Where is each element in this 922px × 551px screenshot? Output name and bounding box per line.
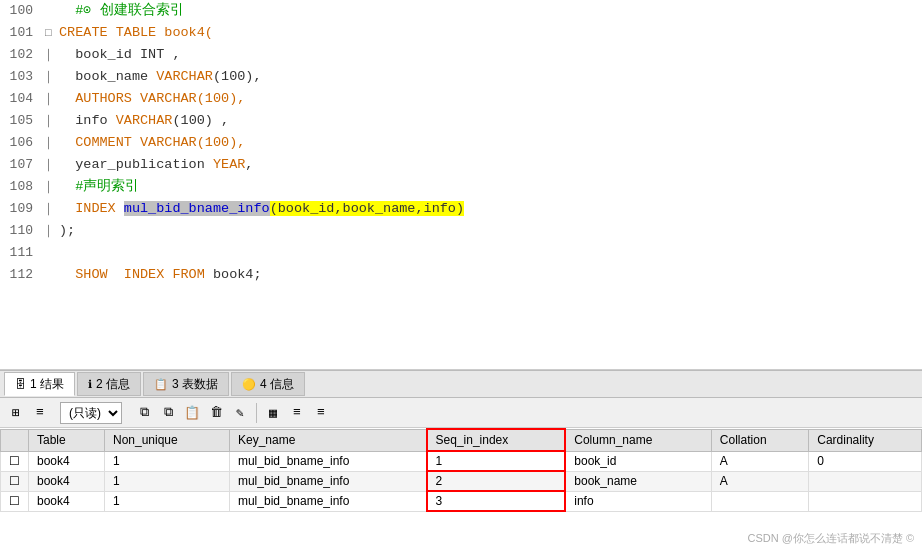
line-icon: │ [45, 132, 59, 154]
row-checkbox[interactable]: ☐ [1, 471, 29, 491]
code-token: #声明索引 [59, 179, 139, 194]
cell-column_name: info [565, 491, 711, 511]
tab-info2-label: 4 信息 [260, 376, 294, 393]
code-token: SHOW [59, 267, 124, 282]
results-icon: 🗄 [15, 378, 26, 390]
col-seqinindex-header: Seq_in_index [427, 429, 566, 451]
cell-non_unique: 1 [104, 491, 229, 511]
code-token: ); [59, 223, 75, 238]
code-token: book_name [59, 69, 156, 84]
code-line: 106│ COMMENT VARCHAR(100), [0, 132, 922, 154]
copy-icon[interactable]: ⧉ [134, 403, 154, 423]
cell-non_unique: 1 [104, 451, 229, 471]
tab-info2[interactable]: 🟡 4 信息 [231, 372, 305, 396]
col-columnname-header: Column_name [565, 429, 711, 451]
code-token: book_id INT , [59, 47, 181, 62]
code-token: # [59, 3, 83, 18]
code-token: (book_id,book_name,info) [270, 201, 464, 216]
cell-seq_in_index: 3 [427, 491, 566, 511]
delete-icon[interactable]: 🗑 [206, 403, 226, 423]
cell-collation: A [711, 471, 808, 491]
code-token: mul_bid_bname_info [124, 201, 270, 216]
line-icon: □ [45, 22, 59, 44]
readonly-select[interactable]: (只读) [60, 402, 122, 424]
line-number: 109 [0, 198, 45, 220]
line-content: year_publication YEAR, [59, 154, 922, 176]
line-content: ); [59, 220, 922, 242]
code-editor: 100 #⊙ 创建联合索引101□CREATE TABLE book4(102│… [0, 0, 922, 370]
tab-info[interactable]: ℹ 2 信息 [77, 372, 141, 396]
line-number: 102 [0, 44, 45, 66]
code-line: 110│); [0, 220, 922, 242]
code-token: 创建联合索引 [91, 3, 183, 18]
paste-icon[interactable]: 📋 [182, 403, 202, 423]
code-line: 107│ year_publication YEAR, [0, 154, 922, 176]
tab-results[interactable]: 🗄 1 结果 [4, 372, 75, 396]
cell-cardinality [809, 471, 922, 491]
code-token: YEAR [213, 157, 245, 172]
col-table-header: Table [29, 429, 105, 451]
line-content: SHOW INDEX FROM book4; [59, 264, 922, 286]
copy2-icon[interactable]: ⧉ [158, 403, 178, 423]
cell-non_unique: 1 [104, 471, 229, 491]
line-icon: │ [45, 88, 59, 110]
toolbar: ⊞ ≡ (只读) ⧉ ⧉ 📋 🗑 ✎ ▦ ≡ ≡ [0, 398, 922, 428]
code-line: 101□CREATE TABLE book4( [0, 22, 922, 44]
bottom-section: 🗄 1 结果 ℹ 2 信息 📋 3 表数据 🟡 4 信息 ⊞ ≡ (只读) [0, 370, 922, 523]
code-token: AUTHORS [59, 91, 140, 106]
code-token: VARCHAR(100), [140, 135, 245, 150]
edit-icon[interactable]: ✎ [230, 403, 250, 423]
grid-icon[interactable]: ⊞ [6, 403, 26, 423]
code-token: (100), [213, 69, 262, 84]
line-icon: │ [45, 66, 59, 88]
row-checkbox[interactable]: ☐ [1, 451, 29, 471]
detail-view-icon[interactable]: ≡ [311, 403, 331, 423]
line-icon: │ [45, 176, 59, 198]
cell-table: book4 [29, 491, 105, 511]
info2-icon: 🟡 [242, 378, 256, 391]
code-token: , [245, 157, 253, 172]
line-content: #⊙ 创建联合索引 [59, 0, 922, 22]
code-line: 112 SHOW INDEX FROM book4; [0, 264, 922, 286]
line-number: 111 [0, 242, 45, 264]
table-view-icon[interactable]: ▦ [263, 403, 283, 423]
code-token: VARCHAR [116, 113, 173, 128]
line-icon: │ [45, 154, 59, 176]
line-content: #声明索引 [59, 176, 922, 198]
line-number: 108 [0, 176, 45, 198]
info-icon: ℹ [88, 378, 92, 391]
line-content: book_name VARCHAR(100), [59, 66, 922, 88]
tab-results-label: 1 结果 [30, 376, 64, 393]
line-number: 107 [0, 154, 45, 176]
col-checkbox-header [1, 429, 29, 451]
cell-cardinality: 0 [809, 451, 922, 471]
menu-icon[interactable]: ≡ [30, 403, 50, 423]
list-view-icon[interactable]: ≡ [287, 403, 307, 423]
code-line: 109│ INDEX mul_bid_bname_info(book_id,bo… [0, 198, 922, 220]
row-checkbox[interactable]: ☐ [1, 491, 29, 511]
code-token: year_publication [59, 157, 213, 172]
cell-collation [711, 491, 808, 511]
cell-cardinality [809, 491, 922, 511]
line-content: COMMENT VARCHAR(100), [59, 132, 922, 154]
code-token: info [59, 113, 116, 128]
line-icon: │ [45, 44, 59, 66]
results-table: Table Non_unique Key_name Seq_in_index C… [0, 428, 922, 512]
code-line: 105│ info VARCHAR(100) , [0, 110, 922, 132]
line-number: 112 [0, 264, 45, 286]
tabledata-icon: 📋 [154, 378, 168, 391]
line-number: 106 [0, 132, 45, 154]
cell-collation: A [711, 451, 808, 471]
code-token: INDEX [59, 201, 124, 216]
cell-key_name: mul_bid_bname_info [229, 471, 426, 491]
code-line: 108│ #声明索引 [0, 176, 922, 198]
tab-tabledata[interactable]: 📋 3 表数据 [143, 372, 229, 396]
separator [256, 403, 257, 423]
line-icon: │ [45, 220, 59, 242]
cell-column_name: book_id [565, 451, 711, 471]
code-token: CREATE TABLE book4( [59, 25, 213, 40]
code-line: 100 #⊙ 创建联合索引 [0, 0, 922, 22]
code-line: 111 [0, 242, 922, 264]
line-icon: │ [45, 198, 59, 220]
col-keyname-header: Key_name [229, 429, 426, 451]
